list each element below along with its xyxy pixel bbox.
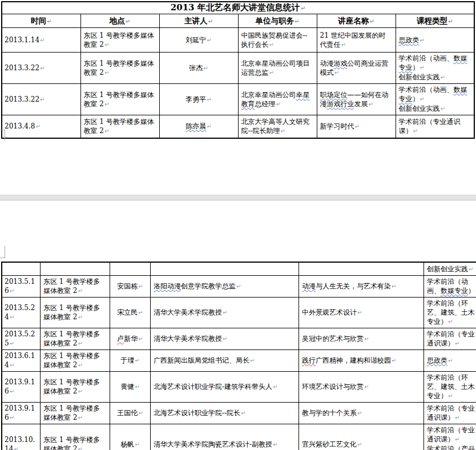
cell-location[interactable]: 东区 1 号教学楼多媒体教室 2↵ [80,53,159,84]
cell-organization-title[interactable]: 清华大学美术学院教授↵ [151,328,299,350]
column-header-speaker[interactable]: 主讲人↵ [159,14,238,28]
cell-time[interactable]: 2013.4.8↵ [2,115,80,139]
cell-organization-title[interactable]: 清华大学美术学院陶瓷艺术设计-副教授↵ [151,424,299,450]
cell-lecture-name[interactable]: 践行广西精神，建构和谐校园↵ [299,350,424,372]
cell-time[interactable]: 2013.1.14↵ [2,28,80,53]
cell-location[interactable]: 东区 1 号教学楼多媒体教室 2↵ [80,115,159,139]
cell-organization-title[interactable]: 北京幸星动画公司幸星教育总经理↵ [238,84,317,115]
cell-speaker[interactable] [110,262,151,276]
cell-location[interactable]: 东区 1 号教学楼多媒体教室 2↵ [80,84,159,115]
cell-course-type[interactable]: 学术前沿（专业通识课）↵学术前沿（产品专业）↵ [424,424,476,450]
cell-organization-title[interactable]: 北京大学高等人文研究院--院长助理↵ [238,115,317,139]
column-header-organization-title[interactable]: 单位与职务↵ [238,14,317,28]
paragraph-mark-icon: ↵ [357,409,362,418]
cell-time[interactable]: 2013.5.16↵ [2,276,41,298]
cell-organization-title[interactable]: 北海艺术设计职业学院-建筑学科带头人↵ [151,372,299,403]
cell-organization-title[interactable]: 北海艺术设计职业学院--院长↵ [151,403,299,424]
cell-time[interactable]: 2013.9.16↵ [2,403,41,424]
cell-time[interactable]: 2013.5.25↵ [2,328,41,350]
cell-speaker[interactable]: 王国伦↵ [110,403,151,424]
cell-organization-title[interactable] [151,262,299,276]
cell-speaker[interactable]: 杨帆↵ [110,424,151,450]
cell-course-type[interactable]: 学术前沿（环艺、建筑、土木专业）↵ [424,298,476,328]
cell-organization-title[interactable]: 清华大学美术学院教授↵ [151,298,299,328]
cell-time[interactable]: 2013.3.22↵ [2,84,80,115]
text-run: 发展 [354,100,368,108]
cell-organization-title[interactable]: 中国民族贸易促进会--执行会长↵ [238,28,317,53]
paragraph: 北京大学高等人文研究院--院长助理↵ [241,117,314,136]
cell-speaker[interactable]: 安国栋↵ [110,276,151,298]
cell-course-type[interactable]: 思政类↵ [396,28,474,53]
column-header-course-type[interactable]: 课程类型↵ [396,14,474,28]
cell-course-type[interactable]: 学术前沿（专业通识课）↵ [396,115,474,139]
text-run: 广西精神，建构和谐校园 [316,356,391,364]
cell-lecture-name[interactable]: 动漫与人生无关，与艺术有染↵ [299,276,424,298]
cell-speaker[interactable]: 李勇平↵ [159,84,238,115]
cell-lecture-name[interactable]: 吴冠中的艺术与欣赏↵ [299,328,424,350]
cell-time[interactable]: 2013.5.24↵ [2,298,41,328]
cell-course-type[interactable]: 学术前沿（环艺、建筑、土木专业）↵ [424,372,476,403]
cell-course-type[interactable]: 学术前沿（动画、数媒专业）↵ [424,276,476,298]
cell-speaker[interactable]: 宋立民↵ [110,298,151,328]
cell-time[interactable]: 2013.6.14↵ [2,350,41,372]
cell-course-type[interactable]: 学术前沿（专业通识课）↵ [424,328,476,350]
cell-time[interactable] [2,262,41,276]
cell-lecture-name[interactable]: 新学习时代↵ [317,115,396,139]
paragraph-mark-icon: ↵ [392,356,396,365]
cell-lecture-name[interactable]: 宜兴紫砂工艺文化↵ [299,424,424,450]
lecture-table-page-2[interactable]: 创新创业实践↵2013.5.16↵东区 1 号教学楼多媒体教室 2↵安国栋↵洛阳… [1,262,476,450]
cell-lecture-name[interactable]: 职场定位——如何在动漫游戏行业发展↵ [317,84,396,115]
cell-course-type[interactable]: 创新创业实践↵ [424,262,476,276]
cell-location[interactable]: 东区 1 号教学楼多媒体教室 2↵ [41,372,110,403]
cell-organization-title[interactable]: 广西新闻出版局党组书记、局长↵ [151,350,299,372]
cell-organization-title[interactable]: 洛阳动漫创意学院教学总监↵ [151,276,299,298]
cell-location[interactable]: 东区 1 号教学楼多媒体教室 2↵ [80,28,159,53]
paragraph: 课程类型↵ [397,16,474,26]
paragraph-mark-icon: ↵ [104,69,109,78]
page-break-separator[interactable] [0,195,476,200]
cell-time[interactable]: 2013.10.14↵ [2,424,41,450]
cell-course-type[interactable]: 学术前沿（动画、数媒专业）↵创新创业实践↵ [396,53,474,84]
cell-speaker[interactable]: 张杰↵ [159,53,238,84]
cell-speaker[interactable]: 黄健↵ [110,372,151,403]
cell-lecture-name[interactable]: 教与学的十个关系↵ [299,403,424,424]
column-header-lecture-name[interactable]: 讲座名称↵ [317,14,396,28]
cell-lecture-name[interactable]: 中外景观艺术设计↵ [299,298,424,328]
cell-speaker[interactable]: 刘延宁↵ [159,28,238,53]
cell-time[interactable]: 2013.3.22↵ [2,53,80,84]
cell-location[interactable]: 东区 1 号教学楼多媒体教室 2↵ [41,276,110,298]
cell-location[interactable] [41,262,110,276]
paragraph-mark-icon: ↵ [369,100,373,109]
paragraph-mark-icon: ↵ [223,308,227,318]
cell-course-type[interactable]: 学术前沿（动画、数媒专业）↵创新创业实践↵ [396,84,474,115]
paragraph: 环境艺术设计与欣赏↵ [302,382,421,392]
cell-location[interactable]: 东区 1 号教学楼多媒体教室 2↵ [41,403,110,424]
cell-lecture-name[interactable]: 环境艺术设计与欣赏↵ [299,372,424,403]
column-header-location[interactable]: 地点↵ [80,14,159,28]
text-boundary-corner-icon [0,130,5,140]
paragraph: 动漫游戏公司商业运营模式↵ [320,59,393,78]
cell-location[interactable]: 东区 1 号教学楼多媒体教室 2↵ [41,350,110,372]
table-header-row: 时间↵地点↵主讲人↵单位与职务↵讲座名称↵课程类型↵ [2,14,474,28]
table-title[interactable]: 2013 年北艺名师大讲堂信息统计↵ [2,2,474,14]
cell-lecture-name[interactable]: 21 世纪中国发展的时代责任↵ [317,28,396,53]
cell-location[interactable]: 东区 1 号教学楼多媒体教室 2↵ [41,424,110,450]
cell-time[interactable]: 2013.9.16↵ [2,372,41,403]
cell-speaker[interactable]: 于瑮↵ [110,350,151,372]
cell-location[interactable]: 东区 1 号教学楼多媒体教室 2↵ [41,298,110,328]
cell-speaker[interactable]: 陈亦晨↵ [159,115,238,139]
cell-course-type[interactable]: 学术前沿（专业通识课）↵ [424,403,476,424]
lecture-table-page-1[interactable]: 2013 年北艺名师大讲堂信息统计↵时间↵地点↵主讲人↵单位与职务↵讲座名称↵课… [1,1,475,139]
paragraph: 杨帆↵ [113,440,147,449]
column-header-time[interactable]: 时间↵ [2,14,80,28]
paragraph: 2013.4.8↵ [5,122,79,131]
cell-speaker[interactable]: 卢新华↵ [110,328,151,350]
text-run: 创新创业实践 [399,105,440,112]
cell-location[interactable]: 东区 1 号教学楼多媒体教室 2↵ [41,328,110,350]
cell-lecture-name[interactable]: 动漫游戏公司商业运营模式↵ [317,53,396,84]
paragraph-mark-icon: ↵ [448,392,453,401]
paragraph-mark-icon: ↵ [420,95,425,104]
cell-organization-title[interactable]: 北京幸星动画公司项目运营总监↵ [238,53,317,84]
cell-lecture-name[interactable] [299,262,424,276]
cell-course-type[interactable]: 思政类↵ [424,350,476,372]
